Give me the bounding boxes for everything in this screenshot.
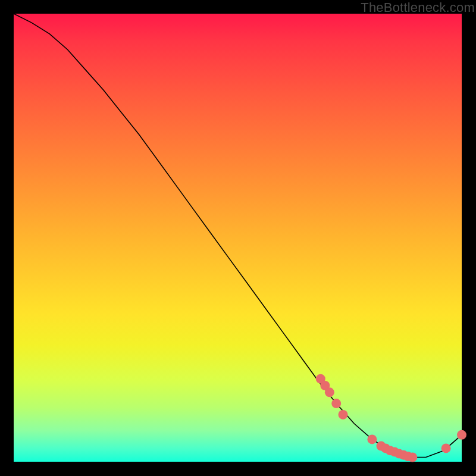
marker-group [316, 374, 466, 462]
data-marker [331, 399, 341, 408]
data-marker [325, 387, 334, 397]
data-marker [367, 434, 377, 444]
data-marker [441, 443, 451, 453]
chart-svg [14, 14, 462, 462]
bottleneck-curve-line [14, 14, 462, 458]
data-marker [457, 430, 466, 440]
data-marker [339, 410, 348, 419]
chart-plot-area [14, 14, 462, 462]
data-marker [408, 453, 417, 462]
